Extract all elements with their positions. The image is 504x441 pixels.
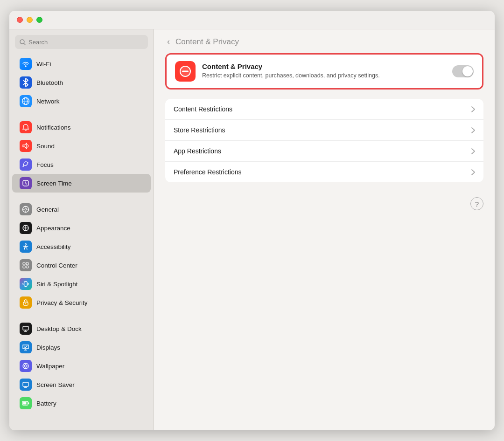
sidebar-item-siri[interactable]: Siri & Spotlight bbox=[12, 275, 151, 293]
restriction-label: Preference Restrictions bbox=[174, 168, 242, 176]
appearance-icon bbox=[20, 222, 32, 234]
svg-rect-43 bbox=[182, 71, 189, 72]
main-panel: ‹ Content & Privacy Content & Privacy bbox=[154, 29, 495, 430]
sidebar-label-focus: Focus bbox=[36, 161, 54, 168]
sidebar-item-accessibility[interactable]: Accessibility bbox=[12, 237, 151, 256]
search-input[interactable] bbox=[28, 39, 143, 46]
accessibility-icon bbox=[20, 241, 32, 253]
sidebar-label-screentime: Screen Time bbox=[36, 180, 72, 187]
bluetooth-icon bbox=[20, 76, 32, 89]
sidebar-item-appearance[interactable]: Appearance bbox=[12, 219, 151, 237]
sidebar-item-sound[interactable]: Sound bbox=[12, 137, 151, 155]
back-button[interactable]: ‹ bbox=[165, 37, 172, 47]
siri-icon bbox=[20, 278, 32, 290]
sidebar-item-general[interactable]: General bbox=[12, 200, 151, 219]
search-bar[interactable] bbox=[15, 35, 148, 49]
sidebar-label-accessibility: Accessibility bbox=[36, 243, 71, 250]
sidebar-item-privacy[interactable]: Privacy & Security bbox=[12, 293, 151, 312]
sidebar-item-bluetooth[interactable]: Bluetooth bbox=[12, 73, 151, 92]
restriction-row[interactable]: Content Restrictions bbox=[165, 99, 483, 120]
focus-icon bbox=[20, 158, 32, 171]
svg-line-1 bbox=[24, 43, 25, 45]
sidebar-item-screentime[interactable]: Screen Time bbox=[12, 174, 151, 193]
sidebar-separator bbox=[9, 110, 154, 118]
svg-rect-18 bbox=[23, 262, 25, 265]
sidebar-label-displays: Displays bbox=[36, 344, 60, 351]
panel-header: ‹ Content & Privacy bbox=[154, 29, 495, 51]
title-bar bbox=[9, 11, 495, 29]
chevron-right-icon bbox=[471, 169, 475, 175]
svg-rect-21 bbox=[26, 266, 28, 268]
sidebar-label-notifications: Notifications bbox=[36, 124, 71, 131]
svg-point-14 bbox=[25, 244, 27, 245]
sidebar-label-general: General bbox=[36, 206, 59, 213]
sidebar-label-wifi: Wi-Fi bbox=[36, 61, 51, 68]
sidebar-separator bbox=[9, 312, 154, 319]
network-icon bbox=[20, 95, 32, 107]
svg-point-8 bbox=[25, 208, 27, 210]
sidebar-label-battery: Battery bbox=[36, 400, 56, 407]
sidebar: Wi-Fi Bluetooth Network Notifications So… bbox=[9, 29, 154, 430]
general-icon bbox=[20, 203, 32, 215]
svg-point-30 bbox=[25, 365, 27, 367]
sidebar-label-bluetooth: Bluetooth bbox=[36, 79, 63, 86]
wallpaper-icon bbox=[20, 360, 32, 372]
content-privacy-title: Content & Privacy bbox=[202, 62, 446, 70]
sidebar-item-wallpaper[interactable]: Wallpaper bbox=[12, 357, 151, 375]
screensaver-icon bbox=[20, 379, 32, 391]
restriction-label: App Restrictions bbox=[174, 147, 221, 155]
restriction-label: Store Restrictions bbox=[174, 126, 225, 134]
sidebar-items-container: Wi-Fi Bluetooth Network Notifications So… bbox=[9, 55, 154, 413]
close-button[interactable] bbox=[17, 17, 23, 23]
desktop-icon bbox=[20, 323, 32, 335]
sidebar-label-network: Network bbox=[36, 98, 60, 105]
displays-icon bbox=[20, 341, 32, 353]
svg-marker-5 bbox=[23, 143, 27, 149]
sidebar-label-controlcenter: Control Center bbox=[36, 262, 77, 269]
content-privacy-icon bbox=[175, 61, 196, 82]
controlcenter-icon bbox=[20, 259, 32, 271]
sidebar-label-siri: Siri & Spotlight bbox=[36, 281, 78, 288]
sidebar-label-sound: Sound bbox=[36, 143, 55, 150]
minimize-button[interactable] bbox=[27, 17, 33, 23]
sidebar-item-battery[interactable]: Battery bbox=[12, 394, 151, 413]
restriction-row[interactable]: Preference Restrictions bbox=[165, 162, 483, 182]
sidebar-item-controlcenter[interactable]: Control Center bbox=[12, 256, 151, 275]
sidebar-item-network[interactable]: Network bbox=[12, 92, 151, 110]
sidebar-item-focus[interactable]: Focus bbox=[12, 155, 151, 174]
help-button[interactable]: ? bbox=[470, 197, 483, 210]
sidebar-label-appearance: Appearance bbox=[36, 225, 70, 232]
sidebar-item-notifications[interactable]: Notifications bbox=[12, 118, 151, 137]
screentime-icon bbox=[20, 177, 32, 189]
sidebar-label-privacy: Privacy & Security bbox=[36, 299, 88, 306]
sidebar-item-wifi[interactable]: Wi-Fi bbox=[12, 55, 151, 73]
sidebar-label-wallpaper: Wallpaper bbox=[36, 363, 64, 370]
battery-icon bbox=[20, 397, 32, 409]
svg-rect-24 bbox=[23, 326, 28, 330]
restriction-row[interactable]: App Restrictions bbox=[165, 141, 483, 162]
restriction-label: Content Restrictions bbox=[174, 105, 232, 113]
sidebar-item-screensaver[interactable]: Screen Saver bbox=[12, 375, 151, 394]
content-privacy-card: Content & Privacy Restrict explicit cont… bbox=[165, 53, 483, 90]
main-window: Wi-Fi Bluetooth Network Notifications So… bbox=[9, 11, 495, 430]
maximize-button[interactable] bbox=[36, 17, 42, 23]
sidebar-label-screensaver: Screen Saver bbox=[36, 381, 75, 388]
svg-rect-39 bbox=[23, 402, 27, 405]
panel-title: Content & Privacy bbox=[175, 37, 239, 47]
sidebar-item-desktop[interactable]: Desktop & Dock bbox=[12, 319, 151, 338]
svg-line-17 bbox=[27, 248, 27, 249]
wifi-icon bbox=[20, 58, 32, 70]
restriction-rows-container: Content Restrictions Store Restrictions … bbox=[165, 99, 483, 182]
search-icon bbox=[20, 39, 26, 45]
restriction-row[interactable]: Store Restrictions bbox=[165, 120, 483, 141]
sound-icon bbox=[20, 140, 32, 152]
sidebar-separator bbox=[9, 193, 154, 200]
sidebar-label-desktop: Desktop & Dock bbox=[36, 325, 82, 332]
window-content: Wi-Fi Bluetooth Network Notifications So… bbox=[9, 29, 495, 430]
toggle-knob bbox=[462, 66, 473, 76]
notifications-icon bbox=[20, 121, 32, 133]
svg-rect-19 bbox=[26, 262, 28, 265]
sidebar-item-displays[interactable]: Displays bbox=[12, 338, 151, 357]
content-privacy-text: Content & Privacy Restrict explicit cont… bbox=[202, 62, 446, 80]
content-privacy-toggle[interactable] bbox=[452, 65, 474, 77]
